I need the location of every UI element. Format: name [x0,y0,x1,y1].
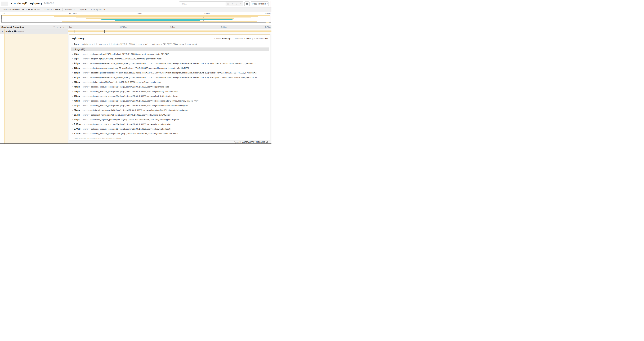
log-row[interactable]: ›574µs:event=‹sql/distsql_running.go:142… [71,108,269,112]
back-button[interactable]: ← [1,2,8,6]
log-row[interactable]: ›476µs:event=‹sql/conn_executor_exec.go:… [71,89,269,94]
log-row[interactable]: ›366µs:event=‹sql/plan_opt.go:358 [nsql1… [71,80,269,84]
log-marker-tick [102,30,102,33]
trace-collapse-chevron-icon[interactable]: ∨ [10,2,12,5]
log-expand-chevron-icon[interactable]: › [72,58,74,60]
log-row[interactable]: ›2.7ms:event=‹sql/conn_executor_exec.go:… [71,127,269,131]
log-timestamp: 2.7ms: [74,128,82,130]
log-row[interactable]: ›80µs:event=‹sql/plan_opt.go:358 [nsql1,… [71,56,269,61]
log-row[interactable]: ›459µs:event=‹sql/conn_executor_exec.go:… [71,84,269,89]
tags-label[interactable]: Tags: [74,43,79,45]
log-expand-chevron-icon[interactable]: › [72,104,74,107]
log-row[interactable]: ›201µs:event=‹sql/catalog/lease/descript… [71,75,269,80]
log-row[interactable]: ›176µs:event=‹sql/catalog/descs/descript… [71,66,269,70]
log-field-name: event [82,86,88,88]
logs-header[interactable]: ∨ Logs (18) [71,48,269,51]
timeline-tick-label: 697.75µs [69,13,77,15]
log-field-value: ‹sql/catalog/lease/descriptor_version_st… [90,76,257,79]
log-field-name: event [82,100,88,102]
log-row[interactable]: ›189µs:event=‹sql/catalog/lease/descript… [71,70,269,75]
tag-pill: node=sql1 [136,43,148,45]
spanid-label: SpanID: [234,141,242,143]
log-row[interactable]: ›2.69ms:event=‹sql/conn_executor_exec.go… [71,122,269,127]
clear-search-icon[interactable]: ✕ [240,3,242,5]
log-expand-chevron-icon[interactable]: › [72,109,74,111]
stat-label: Total Spans [91,8,102,11]
stat-value: 2 [74,8,74,11]
copy-link-icon[interactable] [266,141,268,143]
span-meta-item: Duration:2.79ms [233,38,251,40]
span-collapse-chevron-icon[interactable]: ∨ [2,30,3,33]
expand-all-icon[interactable]: » [63,26,64,28]
log-row[interactable]: ›597µs:event=‹sql/distsql_running.go:498… [71,112,269,117]
meta-value: 2.79ms [244,38,251,40]
tags-row[interactable]: › Tags: _unfinished=1_verbose=1client=12… [70,42,270,47]
keyboard-shortcuts-button[interactable]: ⌘ [244,2,250,6]
collapse-all-icon[interactable]: » [60,27,62,28]
find-input[interactable] [179,2,226,6]
tags-expand-chevron-icon[interactable]: › [72,43,72,45]
tag-pill: _unfinished=1 [81,43,95,45]
meta-value: 0µs [265,38,268,40]
log-row[interactable]: ›495µs:event=‹sql/conn_executor_exec.go:… [71,98,269,103]
log-expand-chevron-icon[interactable]: › [72,67,74,69]
log-field-value: ‹sql/conn_executor_exec.go:684 [nsql1,cl… [90,90,178,93]
log-expand-chevron-icon[interactable]: › [72,100,74,102]
log-marker-tick [74,30,74,33]
span-meta-item: Service:node sql1 [214,38,232,40]
log-timestamp: 678µs: [74,118,82,121]
timeline-gridline [170,25,170,29]
log-row[interactable]: ›2.79ms:event=‹sql/conn_executor_exec.go… [71,131,269,136]
log-row[interactable]: ›34µs:event=‹sql/exec_util.go:2297 [nsql… [71,52,269,56]
log-timestamp: 142µs: [74,62,82,65]
timeline-tick-label: 1.4ms [137,13,142,15]
span-detail-card: sql query Service:node sql1Duration:2.79… [69,34,270,141]
log-timestamp: 176µs: [74,67,82,69]
log-expand-chevron-icon[interactable]: › [72,90,74,93]
tag-value: 1 [109,43,110,45]
log-row[interactable]: ›142µs:event=‹sql/catalog/lease/descript… [71,61,269,66]
log-expand-chevron-icon[interactable]: › [72,128,74,130]
log-expand-chevron-icon[interactable]: › [72,72,74,74]
prev-result-icon[interactable]: ∧ [232,3,233,5]
timeline-tick-label: 2.79ms [265,26,271,28]
log-row[interactable]: ›486µs:event=‹sql/conn_executor_exec.go:… [71,94,269,98]
log-field-name: event [82,123,88,125]
column-resizer-handle[interactable]: ∥ [67,26,68,28]
log-expand-chevron-icon[interactable]: › [72,81,74,83]
log-expand-chevron-icon[interactable]: › [72,53,74,55]
next-result-icon[interactable]: ∨ [236,3,237,5]
log-field-value: ‹sql/catalog/descs/descriptor.go:98 [nsq… [90,67,190,69]
timeline-gridline [221,25,221,29]
log-expand-chevron-icon[interactable]: › [72,123,74,125]
equals-sign: = [88,114,90,116]
span-row-name-cell[interactable]: ∨ node sql1 sql query [0,29,68,34]
logs-list: ›34µs:event=‹sql/exec_util.go:2297 [nsql… [71,52,269,136]
collapse-one-icon[interactable]: ∨ [53,26,55,28]
timeline-tick-label: 2.79ms [265,13,270,15]
log-expand-chevron-icon[interactable]: › [72,114,74,116]
log-row[interactable]: ›678µs:event=‹sql/distsql_physical_plann… [71,117,269,122]
log-expand-chevron-icon[interactable]: › [72,86,74,88]
log-expand-chevron-icon[interactable]: › [72,62,74,65]
log-timestamp: 366µs: [74,81,82,83]
log-expand-chevron-icon[interactable]: › [72,118,74,121]
log-field-name: event [82,95,88,97]
minimap-span-bar [266,22,269,22]
tag-key: client [113,43,118,45]
trace-id: 7418682 [44,2,54,5]
log-expand-chevron-icon[interactable]: › [72,76,74,79]
locate-icon[interactable]: ◎ [227,3,229,5]
log-expand-chevron-icon[interactable]: › [72,95,74,97]
trace-view-selector[interactable]: Trace Timeline ∨ [251,2,269,6]
log-row[interactable]: ›502µs:event=‹sql/conn_executor_exec.go:… [71,103,269,108]
right-edge-marker [270,2,271,23]
stat-suffix: .326 [36,8,40,11]
log-expand-chevron-icon[interactable]: › [72,132,74,135]
expand-one-icon[interactable]: › [57,26,58,28]
span-row-timeline-cell[interactable] [68,29,272,34]
spanid-row: SpanID: 4877749850101760812 [234,141,268,143]
find-control: ◎ ∧ ∨ ✕ [179,2,243,6]
timeline-minimap[interactable] [2,15,271,23]
minimap-scrubber-handle[interactable] [2,15,2,19]
